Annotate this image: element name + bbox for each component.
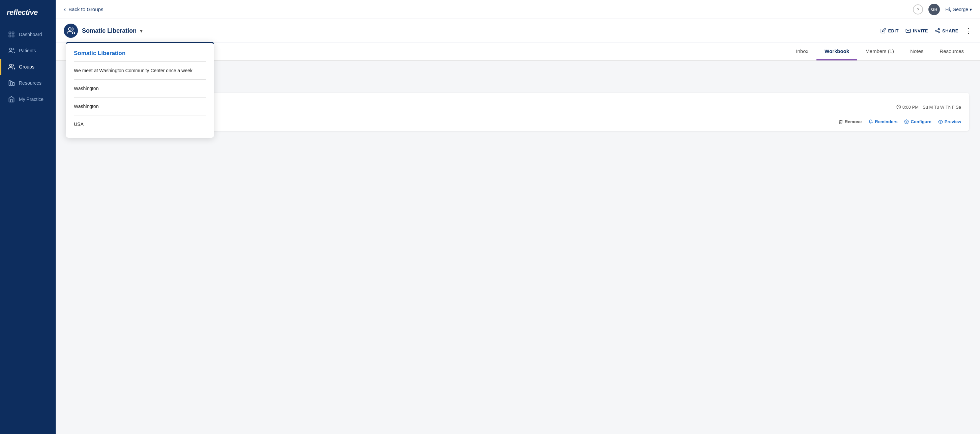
sidebar-item-my-practice[interactable]: My Practice (0, 91, 56, 107)
svg-rect-8 (11, 82, 12, 86)
svg-rect-2 (9, 35, 11, 37)
svg-point-5 (13, 49, 14, 49)
svg-point-10 (68, 28, 71, 30)
back-label: Back to Groups (68, 6, 103, 12)
topbar-right: ? GH Hi, George ▾ (913, 4, 972, 15)
group-dropdown-button[interactable]: ▾ (140, 28, 143, 34)
back-to-groups-button[interactable]: ‹ Back to Groups (64, 6, 913, 13)
invite-label: INVITE (913, 28, 928, 34)
dropdown-state: Washington (74, 101, 206, 112)
svg-point-11 (938, 28, 940, 30)
preview-label: Preview (945, 119, 961, 124)
svg-rect-9 (13, 82, 14, 85)
group-header: Somatic Liberation ▾ Somatic Liberation … (56, 19, 980, 43)
svg-line-14 (937, 31, 939, 32)
tab-inbox[interactable]: Inbox (788, 43, 816, 61)
edit-label: EDIT (888, 28, 899, 34)
dropdown-country: USA (74, 119, 206, 129)
reminders-button[interactable]: Reminders (869, 119, 897, 124)
dropdown-title: Somatic Liberation (74, 50, 206, 57)
configure-label: Configure (910, 119, 931, 124)
sidebar-item-resources-label: Resources (19, 80, 41, 86)
help-button[interactable]: ? (913, 5, 923, 14)
preview-button[interactable]: Preview (938, 119, 961, 124)
reminders-label: Reminders (875, 119, 897, 124)
assignment-days: Su M Tu W Th F Sa (923, 105, 961, 110)
dropdown-city: Washington (74, 83, 206, 94)
assignment-time: 8:00 PM (896, 105, 919, 110)
sidebar-item-patients-label: Patients (19, 48, 36, 53)
tab-resources[interactable]: Resources (931, 43, 972, 61)
dropdown-divider-1 (74, 61, 206, 62)
user-greeting[interactable]: Hi, George ▾ (945, 7, 972, 12)
invite-button[interactable]: INVITE (905, 28, 928, 34)
group-name: Somatic Liberation (82, 27, 137, 34)
sidebar-item-resources[interactable]: Resources (0, 75, 56, 91)
dropdown-divider-4 (74, 115, 206, 115)
tab-notes[interactable]: Notes (902, 43, 931, 61)
tab-members[interactable]: Members (1) (857, 43, 902, 61)
tab-workbook[interactable]: Workbook (816, 43, 857, 61)
dropdown-divider-2 (74, 79, 206, 80)
sidebar-item-patients[interactable]: Patients (0, 43, 56, 59)
svg-point-6 (10, 64, 12, 67)
sidebar-item-groups[interactable]: Groups (0, 59, 56, 75)
topbar: ‹ Back to Groups ? GH Hi, George ▾ (56, 0, 980, 19)
svg-point-18 (940, 121, 941, 123)
main-content: ‹ Back to Groups ? GH Hi, George ▾ Somat… (56, 0, 980, 434)
svg-line-15 (937, 29, 939, 30)
sidebar-item-dashboard-label: Dashboard (19, 32, 42, 37)
svg-rect-3 (12, 35, 14, 37)
edit-button[interactable]: EDIT (880, 28, 899, 34)
share-button[interactable]: SHARE (935, 28, 958, 34)
sidebar-nav: Dashboard Patients Groups Resources (0, 26, 56, 434)
svg-rect-0 (9, 32, 11, 34)
group-icon (64, 24, 78, 38)
assignment-time-value: 8:00 PM (902, 105, 919, 110)
svg-point-17 (906, 121, 907, 123)
assignment-meta: 8:00 PM Su M Tu W Th F Sa (896, 105, 961, 110)
chevron-down-icon: ▾ (970, 7, 972, 12)
group-actions: EDIT INVITE SHARE ⋮ (880, 27, 972, 35)
svg-point-4 (10, 48, 12, 51)
remove-label: Remove (845, 119, 862, 124)
svg-point-12 (935, 30, 937, 31)
sidebar-item-groups-label: Groups (19, 64, 34, 70)
dropdown-divider-3 (74, 97, 206, 97)
app-logo: reflective (0, 0, 56, 26)
svg-point-13 (938, 32, 940, 33)
svg-rect-1 (12, 32, 14, 34)
configure-button[interactable]: Configure (904, 119, 931, 124)
sidebar-item-my-practice-label: My Practice (19, 97, 43, 102)
sidebar: reflective Dashboard Patients Groups (0, 0, 56, 434)
assignment-days-value: Su M Tu W Th F Sa (923, 105, 961, 110)
share-label: SHARE (942, 28, 958, 34)
remove-button[interactable]: Remove (838, 119, 862, 124)
more-options-button[interactable]: ⋮ (965, 27, 972, 35)
avatar: GH (928, 4, 940, 15)
back-arrow-icon: ‹ (64, 6, 66, 13)
sidebar-item-dashboard[interactable]: Dashboard (0, 26, 56, 43)
dropdown-description: We meet at Washington Community Center o… (74, 65, 206, 76)
svg-rect-7 (9, 81, 10, 86)
group-dropdown-popup: Somatic Liberation We meet at Washington… (66, 42, 214, 138)
